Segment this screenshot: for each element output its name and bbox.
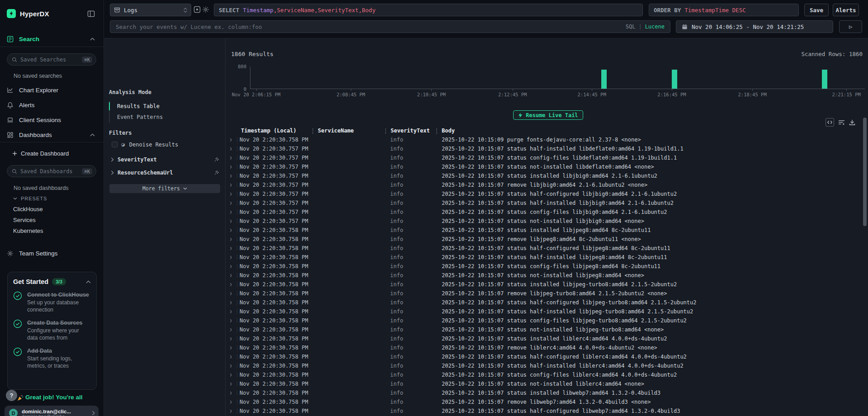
column-header-body[interactable]: Body — [442, 128, 455, 134]
row-expand-chevron[interactable]: ❯ — [230, 217, 232, 226]
sidebar-collapse-icon[interactable] — [87, 10, 95, 18]
row-expand-chevron[interactable]: ❯ — [230, 298, 232, 307]
resume-live-tail-button[interactable]: Resume Live Tail — [513, 110, 583, 120]
chevron-up-icon[interactable] — [86, 280, 91, 284]
sidebar-item-alerts[interactable]: Alerts — [7, 102, 35, 109]
sql-toggle[interactable]: SQL — [626, 24, 636, 30]
row-expand-chevron[interactable]: ❯ — [230, 307, 232, 316]
histogram-bar[interactable] — [822, 70, 827, 89]
select-query-input[interactable]: SELECT Timestamp,ServiceName,SeverityTex… — [214, 4, 643, 16]
table-row[interactable]: ❯Nov 20 2:20:30.758 PMinfo2025-10-22 10:… — [226, 407, 863, 416]
table-row[interactable]: ❯Nov 20 2:20:30.758 PMinfo2025-10-22 10:… — [226, 325, 863, 334]
table-row[interactable]: ❯Nov 20 2:20:30.758 PMinfo2025-10-22 10:… — [226, 226, 863, 235]
row-expand-chevron[interactable]: ❯ — [230, 343, 232, 352]
row-expand-chevron[interactable]: ❯ — [230, 388, 232, 397]
user-menu[interactable]: D dominic.tran@clic... dominic.tran@clic… — [5, 406, 99, 416]
row-expand-chevron[interactable]: ❯ — [230, 208, 232, 217]
wrap-lines-button[interactable] — [838, 119, 845, 125]
row-expand-chevron[interactable]: ❯ — [230, 325, 232, 334]
table-row[interactable]: ❯Nov 20 2:20:30.758 PMinfo2025-10-22 10:… — [226, 397, 863, 407]
column-separator[interactable] — [312, 128, 313, 134]
row-expand-chevron[interactable]: ❯ — [230, 407, 232, 416]
row-expand-chevron[interactable]: ❯ — [230, 370, 232, 379]
preset-item-kubernetes[interactable]: Kubernetes — [13, 227, 43, 234]
table-row[interactable]: ❯Nov 20 2:20:30.758 PMinfo2025-10-22 10:… — [226, 298, 863, 307]
row-expand-chevron[interactable]: ❯ — [230, 262, 232, 271]
table-row[interactable]: ❯Nov 20 2:20:30.757 PMinfo2025-10-22 10:… — [226, 144, 863, 153]
row-expand-chevron[interactable]: ❯ — [230, 397, 232, 407]
preset-item-clickhouse[interactable]: ClickHouse — [13, 206, 43, 213]
results-histogram[interactable] — [250, 66, 865, 89]
view-source-button[interactable] — [826, 118, 834, 127]
row-expand-chevron[interactable]: ❯ — [230, 144, 232, 153]
date-range-picker[interactable]: Nov 20 14:06:25 - Nov 20 14:21:25 — [676, 20, 833, 33]
create-dashboard-button[interactable]: Create Dashboard — [12, 150, 69, 157]
saved-searches-input[interactable]: Saved Searches ⌘K — [7, 53, 96, 66]
preset-item-services[interactable]: Services — [13, 217, 36, 223]
search-input[interactable] — [116, 24, 622, 30]
sidebar-item-team-settings[interactable]: Team Settings — [7, 250, 58, 257]
query-language-toggle[interactable]: SQL | Lucene — [626, 24, 665, 30]
row-expand-chevron[interactable]: ❯ — [230, 135, 232, 144]
table-row[interactable]: ❯Nov 20 2:20:30.758 PMinfo2025-10-22 10:… — [226, 307, 863, 316]
column-header-severitytext[interactable]: SeverityText — [391, 128, 430, 134]
save-button[interactable]: Save — [804, 4, 829, 16]
row-expand-chevron[interactable]: ❯ — [230, 361, 232, 370]
table-row[interactable]: ❯Nov 20 2:20:30.757 PMinfo2025-10-22 10:… — [226, 189, 863, 199]
sidebar-item-search[interactable]: Search — [7, 36, 39, 43]
row-expand-chevron[interactable]: ❯ — [230, 271, 232, 280]
column-separator[interactable] — [385, 128, 386, 134]
table-row[interactable]: ❯Nov 20 2:20:30.758 PMinfo2025-10-22 10:… — [226, 361, 863, 370]
row-expand-chevron[interactable]: ❯ — [230, 379, 232, 388]
table-row[interactable]: ❯Nov 20 2:20:30.758 PMinfo2025-10-22 10:… — [226, 370, 863, 379]
table-row[interactable]: ❯Nov 20 2:20:30.758 PMinfo2025-10-22 10:… — [226, 316, 863, 325]
row-expand-chevron[interactable]: ❯ — [230, 334, 232, 343]
table-row[interactable]: ❯Nov 20 2:20:30.757 PMinfo2025-10-22 10:… — [226, 199, 863, 208]
denoise-results-toggle[interactable]: ◑ Denoise Results — [112, 141, 178, 148]
get-started-item[interactable]: Connect to ClickHouseSet up your databas… — [13, 291, 91, 313]
get-started-item[interactable]: Add DataStart sending logs, metrics, or … — [13, 347, 91, 369]
table-row[interactable]: ❯Nov 20 2:20:30.758 PMinfo2025-10-22 10:… — [226, 271, 863, 280]
row-expand-chevron[interactable]: ❯ — [230, 289, 232, 298]
table-row[interactable]: ❯Nov 20 2:20:30.758 PMinfo2025-10-22 10:… — [226, 244, 863, 253]
table-row[interactable]: ❯Nov 20 2:20:30.758 PMinfo2025-10-22 10:… — [226, 379, 863, 388]
sidebar-item-chart-explorer[interactable]: Chart Explorer — [7, 87, 58, 94]
table-row[interactable]: ❯Nov 20 2:20:30.757 PMinfo2025-10-22 10:… — [226, 180, 863, 189]
filter-group-resourceschemaurl[interactable]: ResourceSchemaUrl — [111, 170, 219, 176]
sidebar-item-dashboards[interactable]: Dashboards — [7, 132, 52, 138]
column-header-servicename[interactable]: ServiceName — [318, 128, 354, 134]
run-query-button[interactable]: ▷ — [839, 20, 862, 33]
table-row[interactable]: ❯Nov 20 2:20:30.758 PMinfo2025-10-22 10:… — [226, 135, 863, 144]
table-row[interactable]: ❯Nov 20 2:20:30.757 PMinfo2025-10-22 10:… — [226, 171, 863, 180]
histogram-bar[interactable] — [672, 70, 677, 89]
table-row[interactable]: ❯Nov 20 2:20:30.758 PMinfo2025-10-22 10:… — [226, 280, 863, 289]
row-expand-chevron[interactable]: ❯ — [230, 352, 232, 361]
denoise-checkbox[interactable] — [112, 142, 118, 147]
table-config-button[interactable] — [193, 6, 201, 14]
table-row[interactable]: ❯Nov 20 2:20:30.757 PMinfo2025-10-22 10:… — [226, 217, 863, 226]
table-row[interactable]: ❯Nov 20 2:20:30.758 PMinfo2025-10-22 10:… — [226, 289, 863, 298]
table-row[interactable]: ❯Nov 20 2:20:30.757 PMinfo2025-10-22 10:… — [226, 208, 863, 217]
histogram-bar[interactable] — [601, 70, 607, 89]
table-row[interactable]: ❯Nov 20 2:20:30.757 PMinfo2025-10-22 10:… — [226, 162, 863, 171]
source-selector[interactable]: Logs — [110, 4, 191, 16]
table-row[interactable]: ❯Nov 20 2:20:30.758 PMinfo2025-10-22 10:… — [226, 334, 863, 343]
table-row[interactable]: ❯Nov 20 2:20:30.758 PMinfo2025-10-22 10:… — [226, 253, 863, 262]
mode-item-event-patterns[interactable]: Event Patterns — [110, 112, 163, 123]
row-expand-chevron[interactable]: ❯ — [230, 280, 232, 289]
scrollbar[interactable] — [863, 118, 867, 226]
download-button[interactable] — [849, 119, 855, 126]
table-row[interactable]: ❯Nov 20 2:20:30.758 PMinfo2025-10-22 10:… — [226, 262, 863, 271]
more-filters-button[interactable]: More filters — [109, 184, 220, 193]
chevron-up-icon[interactable] — [90, 133, 95, 137]
table-row[interactable]: ❯Nov 20 2:20:30.758 PMinfo2025-10-22 10:… — [226, 235, 863, 244]
row-expand-chevron[interactable]: ❯ — [230, 171, 232, 180]
help-button[interactable]: ? — [6, 390, 17, 401]
row-expand-chevron[interactable]: ❯ — [230, 235, 232, 244]
event-search-bar[interactable]: SQL | Lucene — [110, 20, 670, 33]
source-settings-button[interactable] — [202, 6, 210, 14]
sidebar-item-client-sessions[interactable]: Client Sessions — [7, 117, 61, 123]
order-by-input[interactable]: ORDER BY TimestampTime DESC — [649, 4, 799, 16]
chevron-up-icon[interactable] — [90, 38, 95, 41]
get-started-item[interactable]: Create Data SourcesConfigure where your … — [13, 319, 91, 341]
